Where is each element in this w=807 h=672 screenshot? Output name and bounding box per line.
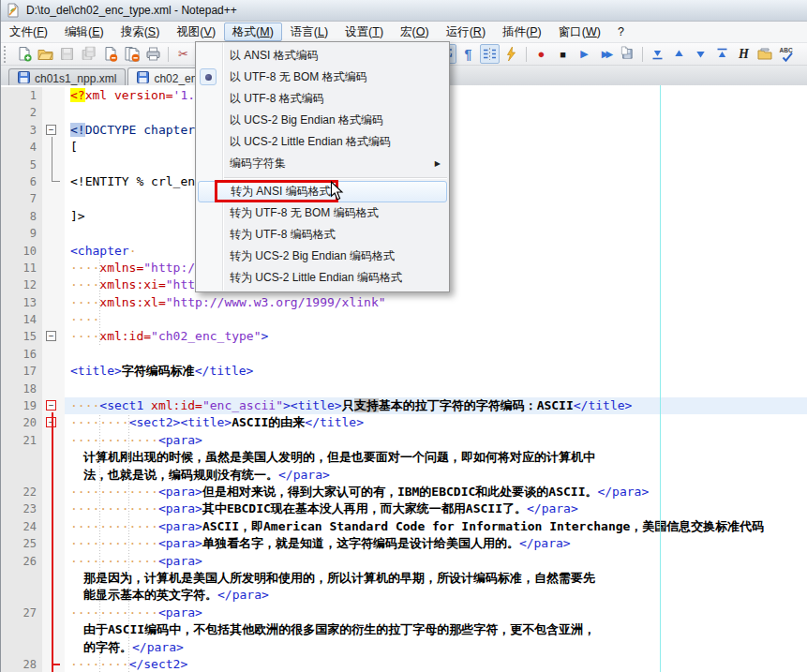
menu-item-encode-ucs2-le[interactable]: 以 UCS-2 Little Endian 格式编码 [196,131,449,153]
close-file-icon[interactable] [100,44,120,64]
fold-margin[interactable]: − [42,414,65,431]
open-file-icon[interactable] [36,44,55,64]
fold-margin[interactable] [42,449,65,466]
spell-check-icon[interactable]: ABC [777,44,797,64]
fold-margin[interactable] [42,467,65,484]
fold-margin[interactable]: − [42,122,65,139]
fold-margin[interactable] [42,311,65,328]
code-text[interactable]: ····xml:id="ch02_enc_type"> [65,328,807,345]
fold-margin[interactable] [42,535,65,552]
menu-item-edit[interactable]: 编辑(E) [56,22,112,41]
fold-margin[interactable] [42,621,65,638]
fold-margin[interactable] [42,381,65,397]
uncollapse-level-icon[interactable] [691,44,710,64]
menu-item-encode-utf8-no-bom[interactable]: 以 UTF-8 无 BOM 格式编码 [196,67,449,88]
code-text[interactable]: 那是因为，计算机是美国人所发明和使用的，所以计算机的早期，所设计编码标准，自然需… [65,570,807,587]
menu-item-settings[interactable]: 设置(T) [336,22,392,41]
code-text[interactable]: ···· [65,311,807,328]
fold-margin[interactable] [42,139,65,156]
code-text[interactable] [65,381,807,397]
indent-guide-icon[interactable] [480,44,500,64]
fold-marker-icon[interactable]: − [46,125,56,135]
fold-margin[interactable] [42,276,65,293]
code-text[interactable]: ············<para>ASCII，即American Standa… [65,518,807,535]
fold-margin[interactable] [42,484,65,500]
menu-item-encode-ansi[interactable]: 以 ANSI 格式编码 [196,45,449,67]
fold-margin[interactable] [42,346,65,363]
menu-item-encode-utf8[interactable]: 以 UTF-8 格式编码 [196,88,449,110]
menu-item-plugins[interactable]: 插件(P) [494,22,550,41]
code-text[interactable]: <title>字符编码标准</title> [65,363,807,380]
fold-margin[interactable] [42,363,65,380]
code-text[interactable]: 计算机刚出现的时候，虽然是美国人发明的，但是也要面对一个问题，即如何将对应的计算… [65,449,807,466]
menu-item-convert-ucs2-le[interactable]: 转为 UCS-2 Little Endian 编码格式 [196,267,449,289]
fold-margin[interactable] [42,518,65,535]
menu-item-search[interactable]: 搜索(S) [112,22,169,41]
code-text[interactable]: ····<sect1 xml:id="enc_ascii"><title>只支持… [65,397,807,414]
menu-item-macro[interactable]: 宏(O) [392,22,438,41]
fold-margin[interactable] [42,208,65,225]
menu-item-format[interactable]: 格式(M) [224,22,282,41]
menu-item-encode-ucs2-be[interactable]: 以 UCS-2 Big Endian 格式编码 [196,110,449,131]
code-text[interactable]: ············<para> [65,553,807,570]
fold-margin[interactable] [42,432,65,449]
menu-item-convert-utf8-no-bom[interactable]: 转为 UTF-8 无 BOM 编码格式 [196,202,449,224]
fold-all-icon[interactable] [648,44,667,64]
menu-item-convert-utf8[interactable]: 转为 UTF-8 编码格式 [196,224,449,246]
html-preview-icon[interactable]: H [734,44,754,64]
print-icon[interactable] [143,44,163,64]
code-text[interactable]: 法，也就是说，编码规则没有统一。</para> [65,467,807,484]
cut-icon[interactable]: ✂ [173,44,193,64]
doc-switcher-icon[interactable] [755,44,775,64]
fold-margin[interactable] [42,587,65,604]
fold-margin[interactable] [42,225,65,242]
code-text[interactable]: ········</sect2> [65,656,807,672]
menu-item-window[interactable]: 窗口(W) [550,22,609,41]
code-text[interactable]: ············<para>但是相对来说，得到大家认可的有，IBM的EB… [65,484,807,500]
new-file-icon[interactable] [14,44,34,64]
fold-margin[interactable] [42,173,65,190]
fold-margin[interactable] [42,87,65,104]
show-all-characters-icon[interactable]: ¶ [458,44,478,64]
menu-item-help[interactable]: ? [609,22,633,41]
fold-margin[interactable] [42,104,65,121]
unfold-all-icon[interactable] [712,44,732,64]
fold-marker-icon[interactable]: − [46,400,56,411]
menu-item-language[interactable]: 语言(L) [282,22,336,41]
fold-marker-icon[interactable]: − [46,417,56,427]
fold-margin[interactable]: − [42,397,65,414]
fold-margin[interactable] [42,570,65,587]
menu-item-convert-ucs2-be[interactable]: 转为 UCS-2 Big Endian 编码格式 [196,246,449,267]
code-text[interactable]: ············<para> [65,605,807,621]
fold-margin[interactable] [42,553,65,570]
menu-item-charset[interactable]: 编码字符集▶ [196,153,449,174]
fold-margin[interactable] [42,639,65,656]
fold-margin[interactable] [42,500,65,517]
code-text[interactable]: ············<para>单独看名字，就是知道，这字符编码是设计给美国… [65,535,807,552]
fold-margin[interactable] [42,190,65,207]
menu-item-file[interactable]: 文件(F) [1,22,56,41]
fold-marker-icon[interactable]: − [46,331,56,341]
code-text[interactable]: ····xmlns:xl="http://www.w3.org/1999/xli… [65,294,807,311]
fold-margin[interactable] [42,605,65,621]
fold-margin[interactable]: − [42,328,65,345]
play-macro-icon[interactable]: ▶ [575,44,594,64]
function-list-icon[interactable] [501,44,521,64]
save-macro-icon[interactable] [618,44,637,64]
save-all-icon[interactable] [79,44,98,64]
stop-macro-icon[interactable]: ■ [553,44,573,64]
code-text[interactable] [65,346,807,363]
code-text[interactable]: 的字符。</para> [65,639,807,656]
code-text[interactable]: 能显示基本的英文字符。</para> [65,587,807,604]
code-text[interactable]: ············<para>其中EBCDIC现在基本没人再用，而大家统一… [65,500,807,517]
save-icon[interactable] [57,44,77,64]
code-text[interactable]: ············<para> [65,432,807,449]
close-all-icon[interactable] [122,44,142,64]
fold-margin[interactable] [42,260,65,276]
menu-item-view[interactable]: 视图(V) [168,22,224,41]
record-macro-icon[interactable]: ● [531,44,551,64]
collapse-level-icon[interactable] [669,44,689,64]
fold-margin[interactable] [42,243,65,260]
fold-margin[interactable] [42,294,65,311]
menu-item-convert-ansi[interactable]: 转为 ANSI 编码格式 [198,181,447,202]
